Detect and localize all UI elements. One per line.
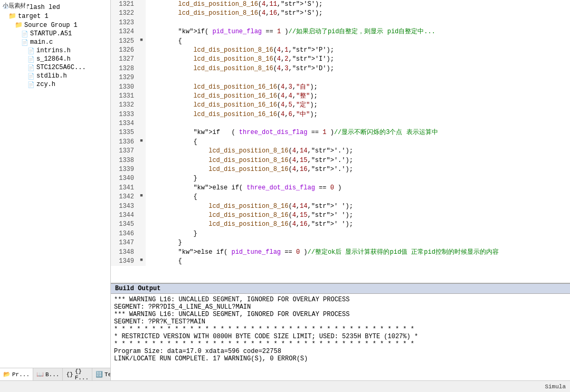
line-marker: ■ [137,138,146,147]
sidebar-tab-2[interactable]: {}{} F... [63,368,92,380]
line-marker [137,238,146,247]
line-number: 1337 [111,147,137,156]
line-number: 1327 [111,55,137,64]
tree-item[interactable]: 📁target 1 [0,12,110,21]
table-row: 1327 lcd_dis_position_8_16(4,2,"str">'I'… [111,55,570,64]
line-marker [137,110,146,119]
line-marker [137,119,146,128]
line-number: 1324 [111,27,137,36]
table-row: 1331 lcd_dis_position_16_16(4,4,"整"); [111,92,570,101]
table-row: 1347 } [111,238,570,247]
build-line: LINK/LOCATE RUN COMPLETE. 17 WARNING(S),… [114,355,567,362]
line-marker [137,18,146,27]
line-code: { [146,138,570,147]
line-code: lcd_dis_position_8_16(4,16,"str">'S'); [146,9,570,18]
line-number: 1345 [111,220,137,229]
line-number: 1343 [111,202,137,211]
line-code [146,18,570,27]
line-code: } [146,230,570,238]
table-row: 1336■ { [111,138,570,147]
line-number: 1330 [111,83,137,92]
table-row: 1338 lcd_dis_position_8_16(4,15,"str">'.… [111,156,570,165]
tree-item[interactable]: 📄s_12864.h [0,55,110,63]
code-scroll[interactable]: 1321 lcd_dis_position_8_16(4,11,"str">'S… [111,0,570,283]
build-header: Build Output [111,284,570,294]
build-content[interactable]: *** WARNING L16: UNCALLED SEGMENT, IGNOR… [111,294,570,380]
sidebar-tab-3[interactable]: 🔠Te... [92,368,111,380]
table-row: 1346 } [111,230,570,238]
line-number: 1321 [111,0,137,9]
line-marker [137,147,146,156]
line-number: 1339 [111,165,137,174]
line-marker [137,174,146,183]
line-number: 1341 [111,184,137,193]
status-label: Simula [545,384,566,390]
sidebar-tab-0[interactable]: 📂Pr... [0,368,33,380]
tree-label: main.c [30,39,53,46]
line-code: lcd_dis_position_8_16(4,14,"str">'.'); [146,147,570,156]
line-marker [137,101,146,110]
table-row: 1342■ { [111,193,570,202]
tree-label: stdlib.h [36,72,67,80]
build-line: * RESTRICTED VERSION WITH 0800H BYTE COD… [114,333,567,340]
table-row: 1329 [111,73,570,82]
tree-item[interactable]: 📄stdlib.h [0,72,110,80]
line-code: "kw">if( pid_tune_flag == 1 )//如果启动了pid自… [146,27,570,36]
tree-label: Source Group 1 [24,22,78,29]
table-row: 1349■ { [111,257,570,266]
line-code [146,73,570,82]
tree-item[interactable]: 📄main.c [0,38,110,46]
line-number: 1338 [111,156,137,165]
tree-item[interactable]: 📄intrins.h [0,46,110,55]
sidebar-tab-1[interactable]: 📖B... [33,368,63,380]
line-marker [137,202,146,211]
line-code: } [146,238,570,247]
line-marker [137,230,146,238]
line-number: 1349 [111,257,137,266]
line-number: 1340 [111,174,137,183]
build-output: Build Output *** WARNING L16: UNCALLED S… [111,283,570,380]
line-code: lcd_dis_position_8_16(4,16,"str">' '); [146,220,570,229]
line-number: 1332 [111,101,137,110]
tree-label: s_12864.h [36,55,71,63]
line-number: 1329 [111,73,137,82]
table-row: 1324 "kw">if( pid_tune_flag == 1 )//如果启动… [111,27,570,36]
line-marker: ■ [137,257,146,266]
build-line: SEGMENT: ?PR?K_TEST?MAIN [114,318,567,326]
table-row: 1323 [111,18,570,27]
tree-label: zcy.h [36,81,55,88]
line-marker [137,9,146,18]
line-code: lcd_dis_position_8_16(4,14,"str">' '); [146,202,570,211]
tree-item[interactable]: 📁Source Group 1 [0,21,110,30]
line-marker [137,92,146,101]
build-line: Program Size: data=17.0 xdata=596 code=2… [114,348,567,355]
line-marker [137,156,146,165]
line-number: 1347 [111,238,137,247]
line-number: 1335 [111,128,137,137]
line-marker [137,73,146,82]
line-marker [137,184,146,193]
tree-item[interactable]: 📄STC12C5A6C... [0,63,110,72]
main-area: 🖥art flash led📁target 1📁Source Group 1📄S… [0,0,570,380]
table-row: 1335 "kw">if ( three_dot_dis_flag == 1 )… [111,128,570,137]
line-marker [137,27,146,36]
line-marker [137,128,146,137]
table-row: 1332 lcd_dis_position_16_16(4,5,"定"); [111,101,570,110]
line-code: lcd_dis_position_16_16(4,5,"定"); [146,101,570,110]
table-row: 1321 lcd_dis_position_8_16(4,11,"str">'S… [111,0,570,9]
sidebar: 🖥art flash led📁target 1📁Source Group 1📄S… [0,0,111,380]
line-number: 1348 [111,248,137,257]
build-line: *** WARNING L16: UNCALLED SEGMENT, IGNOR… [114,311,567,318]
line-marker: ■ [137,37,146,46]
tree-item[interactable]: 📄zcy.h [0,80,110,89]
line-number: 1346 [111,230,137,238]
line-marker [137,55,146,64]
line-marker [137,46,146,55]
tree-item[interactable]: 📄STARTUP.A51 [0,30,110,38]
code-table: 1321 lcd_dis_position_8_16(4,11,"str">'S… [111,0,570,266]
line-marker [137,83,146,92]
line-number: 1326 [111,46,137,55]
code-area: 1321 lcd_dis_position_8_16(4,11,"str">'S… [111,0,570,380]
line-number: 1323 [111,18,137,27]
table-row: 1325■ { [111,37,570,46]
